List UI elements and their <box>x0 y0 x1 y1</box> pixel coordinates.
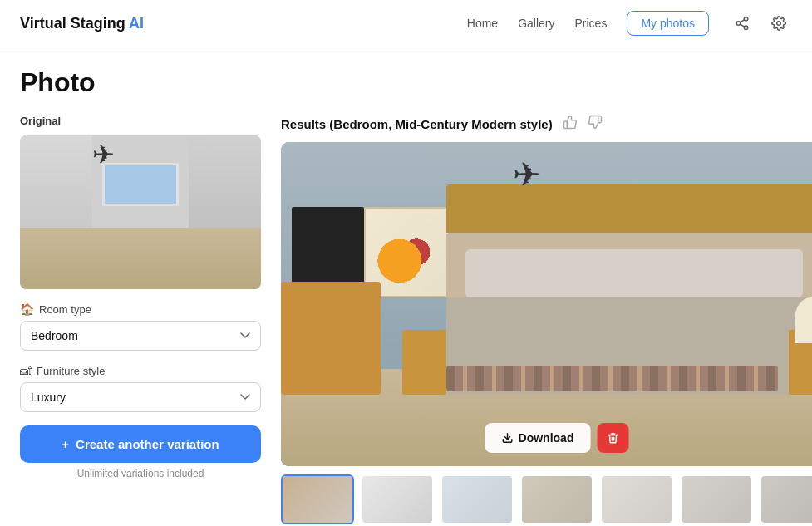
my-photos-button[interactable]: My photos <box>627 11 709 36</box>
wall-right <box>189 135 261 235</box>
results-header: Results (Bedroom, Mid-Century Modern sty… <box>281 115 812 134</box>
share-icon[interactable] <box>729 10 755 37</box>
plus-icon: + <box>62 437 69 451</box>
room-type-group: 🏠 Room type Bedroom Living Room Dining R… <box>20 302 261 351</box>
thumb-img-2 <box>362 476 432 523</box>
home-icon: 🏠 <box>20 302 34 316</box>
thumb-img-6 <box>682 476 751 523</box>
logo-ai: AI <box>129 15 144 32</box>
thumb-img-1 <box>283 476 352 523</box>
left-panel: Original ✈ 🏠 Room type Bedroom <box>20 115 261 526</box>
rug <box>446 366 777 391</box>
nav: Home Gallery Prices My photos <box>467 10 792 37</box>
image-actions: Download <box>485 423 629 453</box>
result-image: ✈ <box>281 142 812 466</box>
main-layout: Original ✈ 🏠 Room type Bedroom <box>20 115 792 526</box>
wall-left <box>20 135 92 235</box>
thumb-img-4 <box>522 476 592 523</box>
thumb-img-7 <box>761 476 812 523</box>
furniture-style-group: 🛋 Furniture style Luxury Modern Scandina… <box>20 364 261 412</box>
thumbnail-5[interactable] <box>600 474 673 524</box>
create-variation-button[interactable]: + Create another variation <box>20 425 261 463</box>
nav-gallery[interactable]: Gallery <box>518 17 554 30</box>
nav-home[interactable]: Home <box>467 17 498 30</box>
thumbs-up-button[interactable] <box>563 115 578 134</box>
nav-prices[interactable]: Prices <box>575 17 608 30</box>
svg-line-3 <box>740 24 744 27</box>
download-button[interactable]: Download <box>485 423 591 453</box>
thumbnail-1[interactable] <box>281 474 354 524</box>
settings-icon[interactable] <box>765 10 792 37</box>
ceiling-fan-icon: ✈ <box>92 139 115 170</box>
bed-pillows <box>465 249 803 298</box>
original-image: ✈ <box>20 135 261 289</box>
right-panel: Results (Bedroom, Mid-Century Modern sty… <box>281 115 812 526</box>
svg-line-4 <box>740 20 744 22</box>
ceiling-fan-result-icon: ✈ <box>513 155 541 194</box>
results-title: Results (Bedroom, Mid-Century Modern sty… <box>281 117 553 131</box>
nav-icons <box>729 10 792 37</box>
dresser <box>281 282 381 396</box>
nightstand-left <box>402 330 446 395</box>
furniture-style-select[interactable]: Luxury Modern Scandinavian Industrial Mi… <box>20 382 261 412</box>
result-image-container: ✈ Download <box>281 142 812 466</box>
thumbnail-6[interactable] <box>680 474 753 524</box>
room-type-select[interactable]: Bedroom Living Room Dining Room Home Off… <box>20 321 261 351</box>
furniture-style-label: 🛋 Furniture style <box>20 364 261 377</box>
unlimited-text: Unlimited variations included <box>20 468 261 479</box>
thumbnail-4[interactable] <box>520 474 593 524</box>
trash-icon <box>607 432 618 444</box>
bed-headboard <box>446 184 812 234</box>
floor <box>20 228 261 289</box>
thumbnail-7[interactable] <box>760 474 812 524</box>
original-label: Original <box>20 115 261 127</box>
sofa-icon: 🛋 <box>20 364 32 377</box>
thumbs-down-button[interactable] <box>588 115 603 134</box>
logo-text: Virtual Staging <box>20 15 125 32</box>
download-icon <box>502 432 514 444</box>
thumbnail-3[interactable] <box>440 474 514 524</box>
page-title: Photo <box>20 67 792 98</box>
thumbnails-row <box>281 474 812 526</box>
thumbnail-2[interactable] <box>361 474 434 524</box>
room-photo: ✈ <box>20 135 261 289</box>
thumb-img-3 <box>442 476 512 523</box>
delete-button[interactable] <box>597 423 628 453</box>
logo: Virtual Staging AI <box>20 15 144 32</box>
thumb-img-5 <box>602 476 672 523</box>
header: Virtual Staging AI Home Gallery Prices M… <box>0 0 812 47</box>
page-content: Photo Original ✈ 🏠 Room type <box>0 47 812 526</box>
room-type-label: 🏠 Room type <box>20 302 261 316</box>
svg-point-5 <box>777 22 781 26</box>
